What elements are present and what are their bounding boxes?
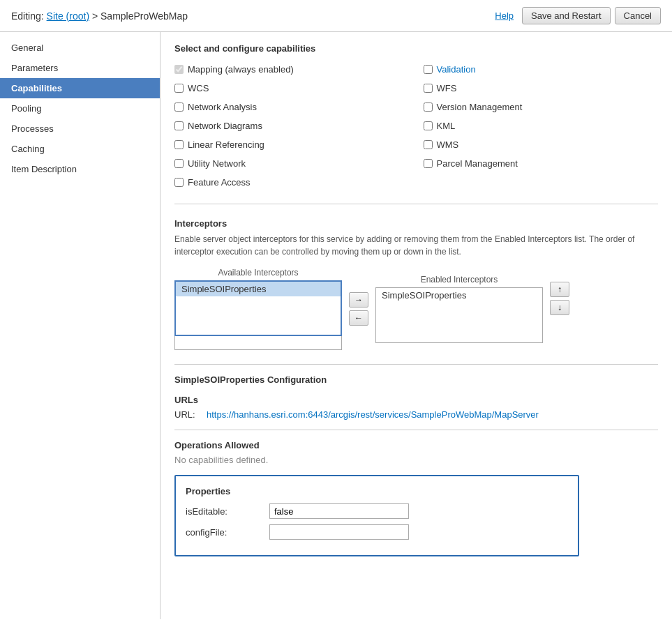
add-interceptor-button[interactable]: →	[349, 292, 368, 308]
available-search-input[interactable]	[174, 336, 342, 350]
property-row-isEditable: isEditable:	[186, 503, 568, 519]
arrow-buttons: → ←	[349, 292, 368, 326]
help-link[interactable]: Help	[495, 10, 514, 21]
checkbox-wcs[interactable]	[174, 84, 184, 93]
checkbox-wms[interactable]	[424, 140, 433, 149]
property-input-isEditable[interactable]	[269, 503, 409, 519]
checkbox-kml[interactable]	[424, 121, 433, 130]
capability-mapping: Mapping (always enabled)	[174, 62, 410, 77]
checkbox-feature-access[interactable]	[174, 178, 184, 187]
checkbox-mapping[interactable]	[174, 65, 184, 74]
capability-wcs: WCS	[174, 81, 410, 96]
capability-wfs: WFS	[424, 81, 659, 96]
label-parcel-management: Parcel Management	[437, 158, 518, 169]
move-down-button[interactable]: ↓	[550, 300, 569, 315]
checkbox-network-diagrams[interactable]	[174, 121, 184, 130]
cancel-button[interactable]: Cancel	[615, 7, 661, 24]
label-linear-referencing: Linear Referencing	[188, 139, 264, 150]
capability-network-diagrams: Network Diagrams	[174, 119, 410, 133]
label-feature-access: Feature Access	[188, 177, 251, 188]
capability-parcel-management: Parcel Management	[424, 156, 659, 171]
capability-utility-network: Utility Network	[174, 156, 410, 171]
page-title: Editing: Site (root) > SampleProWebMap	[11, 10, 188, 22]
content-area: Select and configure capabilities Mappin…	[160, 32, 672, 619]
url-value: https://hanhans.esri.com:6443/arcgis/res…	[207, 409, 539, 420]
save-restart-button[interactable]: Save and Restart	[522, 7, 610, 24]
property-label-configFile: configFile:	[186, 527, 269, 538]
checkbox-parcel-management[interactable]	[424, 159, 433, 168]
sidebar-item-capabilities[interactable]: Capabilities	[0, 78, 160, 98]
url-row: URL: https://hanhans.esri.com:6443/arcgi…	[174, 409, 658, 420]
capability-wms: WMS	[424, 137, 659, 152]
interceptors-section: Interceptors Enable server object interc…	[174, 218, 658, 350]
interceptors-desc: Enable server object interceptors for th…	[174, 233, 658, 258]
sidebar-item-general[interactable]: General	[0, 38, 160, 58]
interceptors-layout: Available Interceptors SimpleSOIProperti…	[174, 268, 658, 350]
sidebar-item-caching[interactable]: Caching	[0, 139, 160, 159]
checkbox-wfs[interactable]	[424, 84, 433, 93]
label-kml: KML	[437, 121, 456, 131]
header-buttons: Help Save and Restart Cancel	[495, 7, 661, 24]
label-wms: WMS	[437, 139, 459, 150]
breadcrumb-arrow: >	[92, 10, 100, 22]
capabilities-grid: Mapping (always enabled)ValidationWCSWFS…	[174, 62, 658, 204]
ops-section-title: Operations Allowed	[174, 440, 658, 450]
properties-rows: isEditable:configFile:	[186, 503, 568, 540]
available-interceptors-wrap: Available Interceptors SimpleSOIProperti…	[174, 268, 342, 350]
no-capabilities-text: No capabilities defined.	[174, 455, 658, 465]
capability-feature-access: Feature Access	[174, 175, 410, 190]
properties-title: Properties	[186, 486, 568, 496]
available-listbox[interactable]: SimpleSOIProperties	[174, 280, 342, 336]
label-validation: Validation	[437, 64, 476, 75]
ops-section: Operations Allowed No capabilities defin…	[174, 440, 658, 465]
checkbox-validation[interactable]	[424, 65, 433, 74]
urls-section-title: URLs	[174, 395, 658, 405]
capability-validation: Validation	[424, 62, 659, 77]
sidebar-item-item-description[interactable]: Item Description	[0, 159, 160, 179]
property-label-isEditable: isEditable:	[186, 506, 269, 517]
move-up-button[interactable]: ↑	[550, 282, 569, 297]
enabled-listbox[interactable]: SimpleSOIProperties	[375, 287, 543, 343]
capabilities-section-title: Select and configure capabilities	[174, 43, 658, 54]
enabled-item[interactable]: SimpleSOIProperties	[376, 288, 542, 303]
urls-section: URLs URL: https://hanhans.esri.com:6443/…	[174, 395, 658, 430]
up-down-buttons: ↑ ↓	[550, 282, 569, 315]
properties-box: Properties isEditable:configFile:	[174, 475, 579, 556]
map-name: SampleProWebMap	[100, 10, 188, 22]
label-wfs: WFS	[437, 83, 457, 93]
capability-linear-referencing: Linear Referencing	[174, 137, 410, 152]
checkbox-utility-network[interactable]	[174, 159, 184, 168]
available-item[interactable]: SimpleSOIProperties	[176, 282, 341, 296]
editing-label: Editing:	[11, 10, 44, 22]
label-network-diagrams: Network Diagrams	[188, 121, 262, 131]
config-section: SimpleSOIProperties Configuration URLs U…	[174, 364, 658, 556]
url-label: URL:	[174, 409, 202, 420]
header: Editing: Site (root) > SampleProWebMap H…	[0, 0, 672, 32]
enabled-label: Enabled Interceptors	[375, 275, 543, 285]
label-utility-network: Utility Network	[188, 158, 246, 169]
property-row-configFile: configFile:	[186, 524, 568, 540]
sidebar: GeneralParametersCapabilitiesPoolingProc…	[0, 32, 160, 619]
capability-network-analysis: Network Analysis	[174, 100, 410, 114]
checkbox-network-analysis[interactable]	[174, 103, 184, 112]
remove-interceptor-button[interactable]: ←	[349, 310, 368, 326]
label-network-analysis: Network Analysis	[188, 102, 257, 112]
main-layout: GeneralParametersCapabilitiesPoolingProc…	[0, 32, 672, 619]
checkbox-linear-referencing[interactable]	[174, 140, 184, 149]
property-input-configFile[interactable]	[269, 524, 409, 540]
enabled-interceptors-wrap: Enabled Interceptors SimpleSOIProperties	[375, 275, 543, 343]
capability-kml: KML	[424, 119, 659, 133]
label-version-management: Version Management	[437, 102, 523, 112]
config-title: SimpleSOIProperties Configuration	[174, 374, 658, 385]
sidebar-item-processes[interactable]: Processes	[0, 119, 160, 139]
interceptors-title: Interceptors	[174, 218, 658, 229]
label-wcs: WCS	[188, 83, 209, 93]
sidebar-item-parameters[interactable]: Parameters	[0, 58, 160, 78]
site-link[interactable]: Site (root)	[47, 10, 89, 22]
sidebar-item-pooling[interactable]: Pooling	[0, 98, 160, 119]
capability-version-management: Version Management	[424, 100, 659, 114]
available-label: Available Interceptors	[174, 268, 342, 278]
checkbox-version-management[interactable]	[424, 103, 433, 112]
label-mapping: Mapping (always enabled)	[188, 64, 294, 75]
